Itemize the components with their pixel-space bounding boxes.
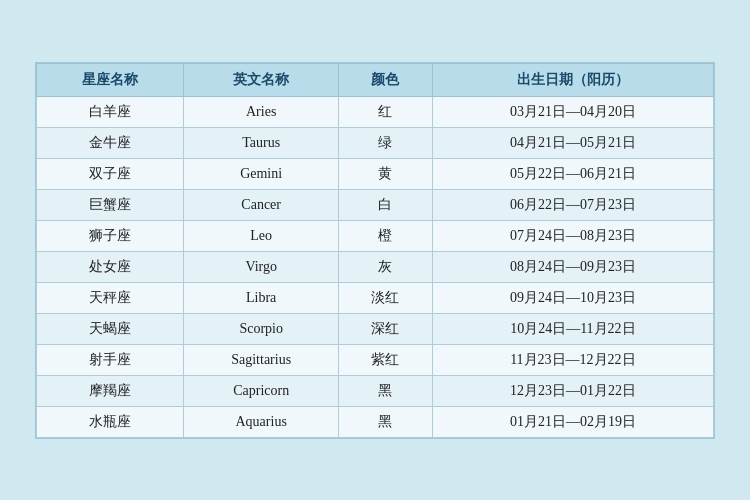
- cell-r2-c2: 黄: [339, 158, 433, 189]
- table-header-row: 星座名称英文名称颜色出生日期（阳历）: [37, 63, 714, 96]
- column-header-2: 颜色: [339, 63, 433, 96]
- cell-r8-c2: 紫红: [339, 344, 433, 375]
- cell-r9-c2: 黑: [339, 375, 433, 406]
- cell-r1-c3: 04月21日—05月21日: [432, 127, 713, 158]
- cell-r10-c0: 水瓶座: [37, 406, 184, 437]
- table-row: 狮子座Leo橙07月24日—08月23日: [37, 220, 714, 251]
- cell-r4-c3: 07月24日—08月23日: [432, 220, 713, 251]
- table-row: 处女座Virgo灰08月24日—09月23日: [37, 251, 714, 282]
- cell-r5-c2: 灰: [339, 251, 433, 282]
- table-row: 天秤座Libra淡红09月24日—10月23日: [37, 282, 714, 313]
- cell-r9-c0: 摩羯座: [37, 375, 184, 406]
- zodiac-table-container: 星座名称英文名称颜色出生日期（阳历） 白羊座Aries红03月21日—04月20…: [35, 62, 715, 439]
- cell-r0-c2: 红: [339, 96, 433, 127]
- table-row: 金牛座Taurus绿04月21日—05月21日: [37, 127, 714, 158]
- cell-r10-c2: 黑: [339, 406, 433, 437]
- cell-r3-c3: 06月22日—07月23日: [432, 189, 713, 220]
- cell-r8-c0: 射手座: [37, 344, 184, 375]
- table-row: 双子座Gemini黄05月22日—06月21日: [37, 158, 714, 189]
- column-header-1: 英文名称: [184, 63, 339, 96]
- cell-r10-c1: Aquarius: [184, 406, 339, 437]
- table-body: 白羊座Aries红03月21日—04月20日金牛座Taurus绿04月21日—0…: [37, 96, 714, 437]
- cell-r7-c1: Scorpio: [184, 313, 339, 344]
- cell-r5-c0: 处女座: [37, 251, 184, 282]
- cell-r7-c3: 10月24日—11月22日: [432, 313, 713, 344]
- cell-r3-c0: 巨蟹座: [37, 189, 184, 220]
- cell-r0-c3: 03月21日—04月20日: [432, 96, 713, 127]
- cell-r4-c2: 橙: [339, 220, 433, 251]
- cell-r8-c3: 11月23日—12月22日: [432, 344, 713, 375]
- column-header-0: 星座名称: [37, 63, 184, 96]
- cell-r8-c1: Sagittarius: [184, 344, 339, 375]
- cell-r2-c1: Gemini: [184, 158, 339, 189]
- table-row: 射手座Sagittarius紫红11月23日—12月22日: [37, 344, 714, 375]
- zodiac-table: 星座名称英文名称颜色出生日期（阳历） 白羊座Aries红03月21日—04月20…: [36, 63, 714, 438]
- cell-r5-c3: 08月24日—09月23日: [432, 251, 713, 282]
- cell-r0-c1: Aries: [184, 96, 339, 127]
- cell-r9-c3: 12月23日—01月22日: [432, 375, 713, 406]
- cell-r4-c0: 狮子座: [37, 220, 184, 251]
- cell-r3-c1: Cancer: [184, 189, 339, 220]
- cell-r9-c1: Capricorn: [184, 375, 339, 406]
- column-header-3: 出生日期（阳历）: [432, 63, 713, 96]
- table-row: 巨蟹座Cancer白06月22日—07月23日: [37, 189, 714, 220]
- table-row: 摩羯座Capricorn黑12月23日—01月22日: [37, 375, 714, 406]
- cell-r10-c3: 01月21日—02月19日: [432, 406, 713, 437]
- cell-r2-c0: 双子座: [37, 158, 184, 189]
- cell-r6-c0: 天秤座: [37, 282, 184, 313]
- table-row: 天蝎座Scorpio深红10月24日—11月22日: [37, 313, 714, 344]
- table-row: 白羊座Aries红03月21日—04月20日: [37, 96, 714, 127]
- cell-r3-c2: 白: [339, 189, 433, 220]
- cell-r5-c1: Virgo: [184, 251, 339, 282]
- cell-r7-c2: 深红: [339, 313, 433, 344]
- cell-r6-c2: 淡红: [339, 282, 433, 313]
- cell-r1-c2: 绿: [339, 127, 433, 158]
- cell-r6-c3: 09月24日—10月23日: [432, 282, 713, 313]
- cell-r7-c0: 天蝎座: [37, 313, 184, 344]
- cell-r0-c0: 白羊座: [37, 96, 184, 127]
- cell-r2-c3: 05月22日—06月21日: [432, 158, 713, 189]
- cell-r1-c1: Taurus: [184, 127, 339, 158]
- table-row: 水瓶座Aquarius黑01月21日—02月19日: [37, 406, 714, 437]
- cell-r4-c1: Leo: [184, 220, 339, 251]
- cell-r1-c0: 金牛座: [37, 127, 184, 158]
- cell-r6-c1: Libra: [184, 282, 339, 313]
